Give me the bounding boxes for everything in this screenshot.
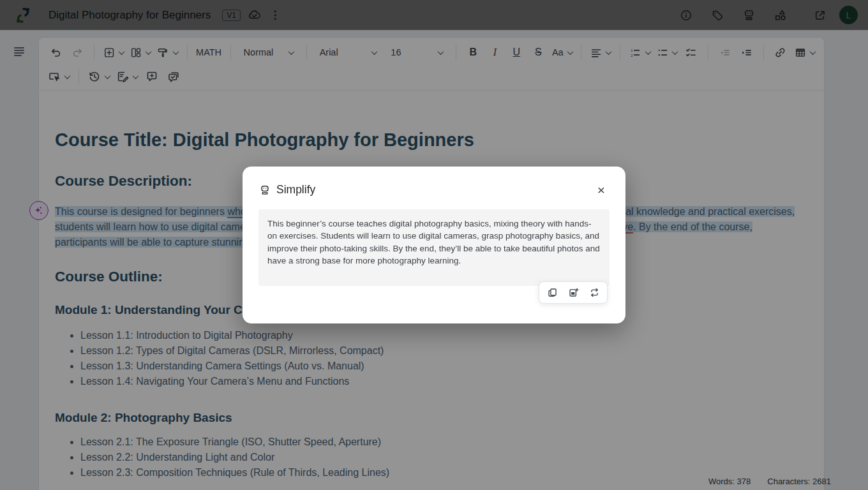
ai-result-actions	[539, 281, 608, 304]
ai-assistant-icon	[259, 184, 271, 196]
copy-icon	[547, 287, 558, 298]
insert-document-icon	[568, 287, 579, 298]
insert-result-button[interactable]	[564, 284, 583, 301]
dialog-header: Simplify ×	[243, 167, 625, 198]
regenerate-button[interactable]	[585, 284, 604, 301]
simplify-dialog: Simplify × This beginner’s course teache…	[243, 167, 625, 323]
close-dialog-button[interactable]: ×	[594, 182, 609, 198]
ai-result-box: This beginner’s course teaches digital p…	[258, 209, 610, 286]
copy-result-button[interactable]	[542, 284, 562, 301]
dialog-title: Simplify	[276, 183, 594, 197]
regenerate-icon	[589, 287, 600, 298]
ai-result-text: This beginner’s course teaches digital p…	[267, 218, 601, 267]
